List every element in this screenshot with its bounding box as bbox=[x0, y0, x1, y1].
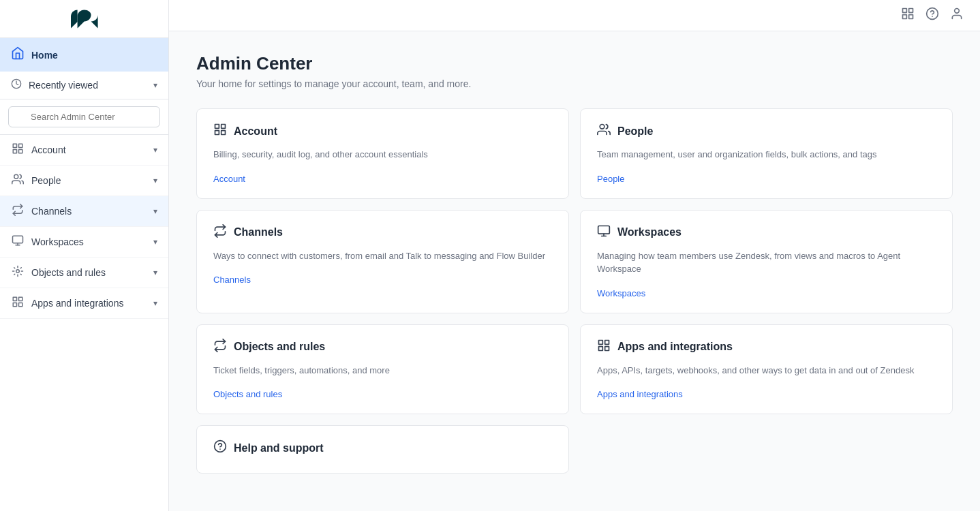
page-title: Admin Center bbox=[196, 53, 953, 74]
card-objects-rules-title: Objects and rules bbox=[234, 341, 325, 353]
sidebar-item-apps-integrations-label: Apps and integrations bbox=[31, 298, 123, 309]
sidebar: Home Recently viewed ▾ bbox=[0, 0, 169, 511]
svg-point-7 bbox=[14, 174, 18, 179]
card-help-support-title: Help and support bbox=[234, 442, 324, 454]
chevron-apps: ▾ bbox=[153, 298, 157, 308]
card-workspaces-link[interactable]: Workspaces bbox=[597, 288, 645, 298]
card-account: Account Billing, security, audit log, an… bbox=[196, 108, 569, 199]
zendesk-logo bbox=[71, 10, 98, 29]
sidebar-item-channels[interactable]: Channels ▾ bbox=[0, 196, 168, 227]
card-channels-icon bbox=[213, 224, 227, 241]
channels-icon bbox=[11, 204, 25, 219]
sidebar-item-objects-rules[interactable]: Objects and rules ▾ bbox=[0, 258, 168, 288]
sidebar-item-apps-integrations[interactable]: Apps and integrations ▾ bbox=[0, 288, 168, 319]
card-channels: Channels Ways to connect with customers,… bbox=[196, 210, 569, 313]
svg-rect-20 bbox=[903, 9, 907, 13]
people-icon bbox=[11, 173, 25, 188]
svg-rect-8 bbox=[13, 236, 23, 243]
card-people-icon bbox=[597, 123, 611, 140]
svg-rect-21 bbox=[909, 9, 913, 13]
home-label: Home bbox=[31, 50, 58, 61]
card-apps-integrations-desc: Apps, APIs, targets, webhooks, and other… bbox=[597, 364, 936, 377]
svg-rect-28 bbox=[221, 125, 226, 129]
sidebar-nav: Account ▾ People ▾ bbox=[0, 135, 168, 319]
sidebar-item-channels-label: Channels bbox=[31, 206, 72, 217]
chevron-down-icon: ▾ bbox=[153, 80, 157, 90]
content-area: Admin Center Your home for settings to m… bbox=[169, 31, 980, 495]
svg-point-26 bbox=[955, 9, 960, 14]
card-objects-rules-desc: Ticket fields, triggers, automations, an… bbox=[213, 364, 552, 377]
card-apps-icon bbox=[597, 339, 611, 356]
svg-rect-35 bbox=[599, 340, 603, 344]
account-icon bbox=[11, 142, 25, 157]
svg-rect-16 bbox=[13, 297, 16, 300]
main-area: Admin Center Your home for settings to m… bbox=[169, 0, 980, 511]
card-apps-integrations: Apps and integrations Apps, APIs, target… bbox=[580, 324, 953, 415]
user-avatar-icon[interactable] bbox=[950, 7, 964, 24]
chevron-people: ▾ bbox=[153, 176, 157, 185]
chevron-channels: ▾ bbox=[153, 206, 157, 216]
card-objects-rules-link[interactable]: Objects and rules bbox=[213, 389, 282, 399]
card-objects-rules: Objects and rules Ticket fields, trigger… bbox=[196, 324, 569, 415]
sidebar-item-workspaces[interactable]: Workspaces ▾ bbox=[0, 227, 168, 258]
card-workspaces-title: Workspaces bbox=[617, 226, 682, 238]
recently-viewed-left: Recently viewed bbox=[11, 78, 98, 92]
card-objects-icon bbox=[213, 339, 227, 356]
logo-area bbox=[0, 0, 168, 38]
svg-rect-37 bbox=[599, 346, 603, 350]
chevron-account: ▾ bbox=[153, 145, 157, 155]
home-icon bbox=[11, 46, 25, 63]
svg-rect-32 bbox=[598, 226, 610, 234]
search-wrapper bbox=[8, 106, 160, 127]
clock-icon bbox=[11, 78, 22, 92]
svg-rect-23 bbox=[909, 15, 913, 19]
search-area bbox=[0, 99, 168, 135]
card-people-link[interactable]: People bbox=[597, 174, 624, 184]
svg-rect-36 bbox=[605, 340, 609, 344]
svg-rect-30 bbox=[221, 131, 226, 135]
svg-rect-22 bbox=[903, 15, 907, 19]
svg-rect-6 bbox=[19, 150, 22, 153]
card-workspaces-icon bbox=[597, 224, 611, 241]
card-help-support: Help and support bbox=[196, 425, 569, 474]
svg-point-31 bbox=[600, 125, 604, 129]
objects-icon bbox=[11, 265, 25, 280]
card-apps-integrations-title: Apps and integrations bbox=[617, 341, 733, 353]
svg-rect-18 bbox=[19, 303, 22, 307]
recently-viewed-item[interactable]: Recently viewed ▾ bbox=[0, 72, 168, 99]
workspaces-icon bbox=[11, 234, 25, 249]
card-channels-link[interactable]: Channels bbox=[213, 275, 251, 285]
recently-viewed-label: Recently viewed bbox=[29, 80, 98, 91]
apps-grid-icon[interactable] bbox=[901, 7, 915, 24]
svg-rect-27 bbox=[215, 125, 219, 129]
sidebar-item-people[interactable]: People ▾ bbox=[0, 166, 168, 196]
card-account-link[interactable]: Account bbox=[213, 174, 245, 184]
card-channels-desc: Ways to connect with customers, from ema… bbox=[213, 249, 552, 263]
card-people-title: People bbox=[617, 125, 653, 138]
search-input[interactable] bbox=[8, 106, 160, 127]
svg-rect-29 bbox=[215, 131, 219, 135]
sidebar-item-people-label: People bbox=[31, 175, 61, 186]
card-help-icon bbox=[213, 439, 227, 456]
card-apps-integrations-link[interactable]: Apps and integrations bbox=[597, 389, 683, 399]
page-subtitle: Your home for settings to manage your ac… bbox=[196, 78, 953, 89]
svg-rect-4 bbox=[19, 144, 22, 147]
sidebar-home[interactable]: Home bbox=[0, 38, 168, 72]
sidebar-item-account[interactable]: Account ▾ bbox=[0, 135, 168, 166]
svg-rect-38 bbox=[605, 346, 609, 350]
card-workspaces: Workspaces Managing how team members use… bbox=[580, 210, 953, 313]
sidebar-item-objects-rules-label: Objects and rules bbox=[31, 267, 106, 278]
chevron-workspaces: ▾ bbox=[153, 237, 157, 247]
svg-rect-17 bbox=[19, 297, 22, 300]
help-icon[interactable] bbox=[925, 7, 939, 24]
apps-icon bbox=[11, 296, 25, 311]
svg-rect-5 bbox=[13, 150, 16, 153]
card-channels-title: Channels bbox=[234, 226, 283, 238]
card-account-icon bbox=[213, 123, 227, 140]
card-account-title: Account bbox=[234, 125, 277, 138]
sidebar-item-account-label: Account bbox=[31, 144, 66, 155]
cards-grid: Account Billing, security, audit log, an… bbox=[196, 108, 953, 474]
svg-rect-19 bbox=[13, 303, 16, 307]
svg-rect-3 bbox=[13, 144, 16, 147]
card-people: People Team management, user and organiz… bbox=[580, 108, 953, 199]
